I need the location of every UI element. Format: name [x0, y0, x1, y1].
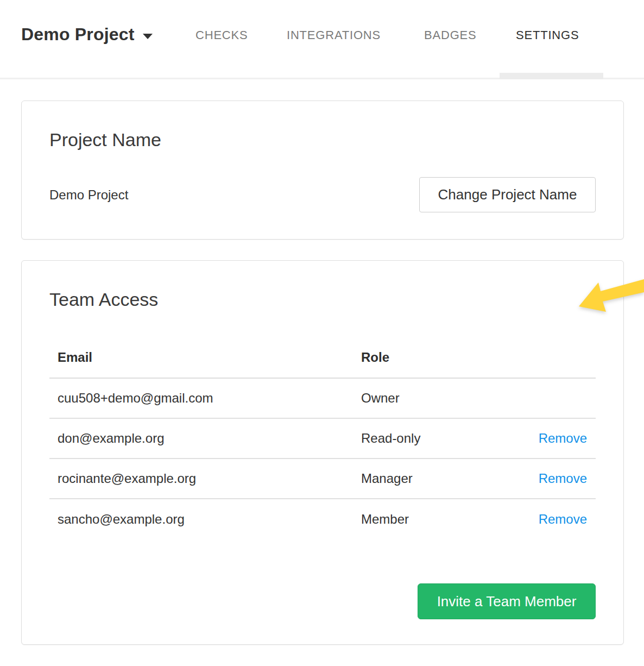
team-access-card-title: Team Access	[49, 288, 623, 310]
project-name-card: Project Name Demo Project Change Project…	[21, 100, 624, 240]
project-switcher[interactable]: Demo Project	[21, 24, 153, 45]
tab-integrations[interactable]: INTEGRATIONS	[287, 28, 381, 42]
member-role: Manager	[361, 471, 525, 486]
remove-member-link[interactable]: Remove	[539, 431, 587, 445]
remove-member-link[interactable]: Remove	[539, 471, 587, 486]
project-name-value: Demo Project	[49, 187, 128, 203]
project-switcher-label: Demo Project	[21, 24, 135, 45]
column-header-email: Email	[49, 350, 361, 365]
table-row: sancho@example.org Member Remove	[49, 499, 596, 539]
dropdown-caret-icon	[143, 34, 153, 39]
tab-badges[interactable]: BADGES	[424, 28, 477, 42]
column-header-role: Role	[361, 350, 525, 365]
tab-checks[interactable]: CHECKS	[195, 28, 248, 42]
team-members-table: Email Role cuu508+demo@gmail.com Owner d…	[49, 337, 596, 539]
team-access-card: Team Access Email Role cuu508+demo@gmail…	[21, 260, 624, 645]
table-header-row: Email Role	[49, 337, 596, 379]
table-row: rocinante@example.org Manager Remove	[49, 459, 596, 499]
member-role: Owner	[361, 391, 525, 406]
change-project-name-button[interactable]: Change Project Name	[419, 177, 596, 212]
member-email: don@example.org	[49, 431, 361, 446]
member-role: Read-only	[361, 431, 525, 446]
member-email: cuu508+demo@gmail.com	[49, 391, 361, 406]
project-name-card-title: Project Name	[49, 129, 623, 150]
project-settings-page: Demo Project CHECKS INTEGRATIONS BADGES …	[0, 0, 644, 666]
member-email: sancho@example.org	[49, 512, 361, 527]
member-email: rocinante@example.org	[49, 471, 361, 486]
active-tab-indicator	[500, 73, 603, 79]
remove-member-link[interactable]: Remove	[539, 512, 587, 526]
member-role: Member	[361, 512, 525, 527]
invite-team-member-button[interactable]: Invite a Team Member	[418, 583, 596, 619]
tab-settings[interactable]: SETTINGS	[516, 28, 579, 42]
top-navbar: Demo Project CHECKS INTEGRATIONS BADGES …	[0, 0, 644, 79]
table-row: don@example.org Read-only Remove	[49, 419, 596, 459]
table-row: cuu508+demo@gmail.com Owner	[49, 379, 596, 419]
